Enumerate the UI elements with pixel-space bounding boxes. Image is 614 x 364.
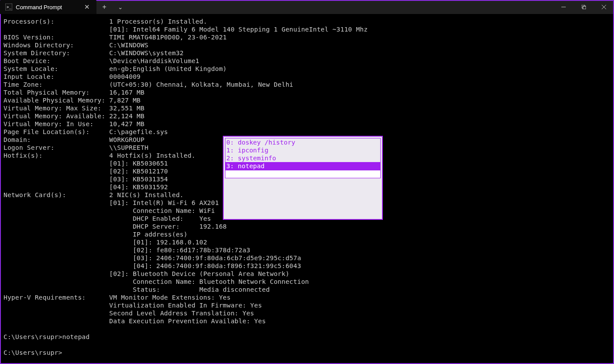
minimize-button[interactable] — [553, 0, 574, 14]
history-item[interactable]: 1: ipconfig — [225, 146, 380, 154]
history-item[interactable]: 3: notepad — [225, 162, 380, 170]
history-listbox[interactable]: 0: doskey /history1: ipconfig2: systemin… — [225, 138, 381, 178]
maximize-button[interactable] — [574, 0, 594, 14]
tab-close-button[interactable]: ✕ — [82, 3, 91, 11]
tab-dropdown-button[interactable]: ⌄ — [112, 0, 128, 14]
terminal-tab[interactable]: >_ Command Prompt ✕ — [0, 0, 96, 14]
history-item[interactable]: 2: systeminfo — [225, 154, 380, 162]
command-history-popup: 0: doskey /history1: ipconfig2: systemin… — [223, 136, 383, 220]
svg-rect-4 — [583, 6, 586, 9]
svg-text:>_: >_ — [7, 5, 11, 9]
titlebar-drag-area[interactable] — [128, 0, 553, 14]
tab-title: Command Prompt — [16, 4, 62, 11]
history-popup-padding — [225, 178, 381, 218]
history-item[interactable]: 0: doskey /history — [225, 138, 380, 146]
close-window-button[interactable] — [594, 0, 614, 14]
window-controls — [553, 0, 614, 14]
history-input-line[interactable] — [225, 170, 380, 178]
tab-actions: + ⌄ — [96, 0, 128, 14]
cmd-icon: >_ — [5, 4, 12, 11]
title-bar: >_ Command Prompt ✕ + ⌄ — [0, 0, 614, 14]
new-tab-button[interactable]: + — [96, 0, 112, 14]
